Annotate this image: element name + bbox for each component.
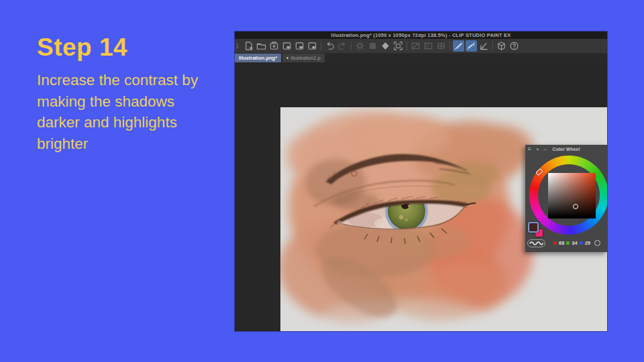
main-color-swatch[interactable] bbox=[528, 222, 539, 233]
red-channel-dot-icon[interactable] bbox=[553, 241, 557, 245]
filter-icon bbox=[354, 40, 366, 52]
undo-icon[interactable] bbox=[324, 40, 335, 52]
body-text-line: darker and highlights bbox=[37, 112, 238, 133]
green-channel-dot-icon[interactable] bbox=[566, 241, 570, 245]
snap-special-ruler-icon[interactable] bbox=[466, 40, 477, 52]
snap-grid-icon[interactable] bbox=[478, 40, 490, 52]
help-icon[interactable] bbox=[508, 40, 520, 52]
mesh-icon bbox=[435, 40, 447, 52]
step-heading: Step 14 bbox=[37, 34, 127, 62]
partial-tool-icon[interactable] bbox=[236, 40, 241, 52]
new-file-icon[interactable] bbox=[243, 40, 254, 52]
canvas-area: ≡ × _ Color Wheel 683429 bbox=[235, 62, 607, 331]
wave-icon bbox=[529, 241, 543, 246]
body-text-line: Increase the contrast by bbox=[37, 70, 238, 91]
fill-icon[interactable] bbox=[380, 40, 391, 52]
toolbar-divider bbox=[449, 42, 450, 50]
gradient-icon bbox=[423, 40, 434, 52]
tone-icon bbox=[367, 40, 378, 52]
toolbar-divider bbox=[321, 42, 321, 50]
color-mixer-button[interactable] bbox=[527, 239, 545, 247]
snap-ruler-icon[interactable] bbox=[453, 40, 464, 52]
body-text-line: brighter bbox=[37, 133, 238, 155]
tab-document-2[interactable]: Illustration2.p bbox=[282, 54, 325, 62]
blue-channel-dot-icon[interactable] bbox=[580, 241, 583, 245]
saturation-value-square[interactable] bbox=[548, 173, 596, 219]
redo-icon bbox=[337, 40, 348, 52]
color-history-circle-icon[interactable] bbox=[594, 240, 600, 246]
toolbar-divider bbox=[407, 42, 407, 50]
material-icon[interactable] bbox=[496, 40, 507, 52]
tab-label: Illustration2.p bbox=[290, 55, 321, 61]
color-wheel-titlebar: ≡ × _ Color Wheel bbox=[525, 145, 607, 154]
body-text-line: making the shadows bbox=[37, 91, 238, 113]
color-cursor[interactable] bbox=[573, 204, 578, 209]
panel-title: Color Wheel bbox=[525, 145, 607, 154]
step-description: Increase the contrast bymaking the shado… bbox=[37, 70, 238, 154]
export-single-icon[interactable] bbox=[281, 40, 292, 52]
slide: Step 14 Increase the contrast bymaking t… bbox=[0, 0, 644, 362]
tab-label: Illustration.png* bbox=[239, 55, 277, 61]
color-wheel-panel: ≡ × _ Color Wheel 683429 bbox=[525, 145, 607, 252]
document-tab-bar: Illustration.png*Illustration2.p bbox=[235, 54, 607, 62]
frame-icon[interactable] bbox=[392, 40, 404, 52]
open-document-dot-icon bbox=[286, 57, 288, 59]
toolbar-divider bbox=[492, 42, 493, 50]
blue-channel-value[interactable]: 29 bbox=[585, 240, 590, 246]
clip-studio-window: Illustration.png* (1050 x 1050px 72dpi 1… bbox=[235, 32, 607, 331]
rgb-readout: 683429 bbox=[553, 239, 600, 247]
export-webtoon-icon[interactable] bbox=[307, 40, 318, 52]
export-batch-icon[interactable] bbox=[294, 40, 305, 52]
open-file-icon[interactable] bbox=[256, 40, 267, 52]
main-toolbar bbox=[235, 39, 607, 54]
select-layer-icon bbox=[410, 40, 421, 52]
window-title: Illustration.png* (1050 x 1050px 72dpi 1… bbox=[235, 32, 607, 39]
tab-document-1[interactable]: Illustration.png* bbox=[235, 54, 281, 62]
save-file-icon[interactable] bbox=[268, 40, 280, 52]
green-channel-value[interactable]: 34 bbox=[572, 240, 577, 246]
red-channel-value[interactable]: 68 bbox=[559, 240, 564, 246]
toolbar-divider bbox=[351, 42, 352, 50]
